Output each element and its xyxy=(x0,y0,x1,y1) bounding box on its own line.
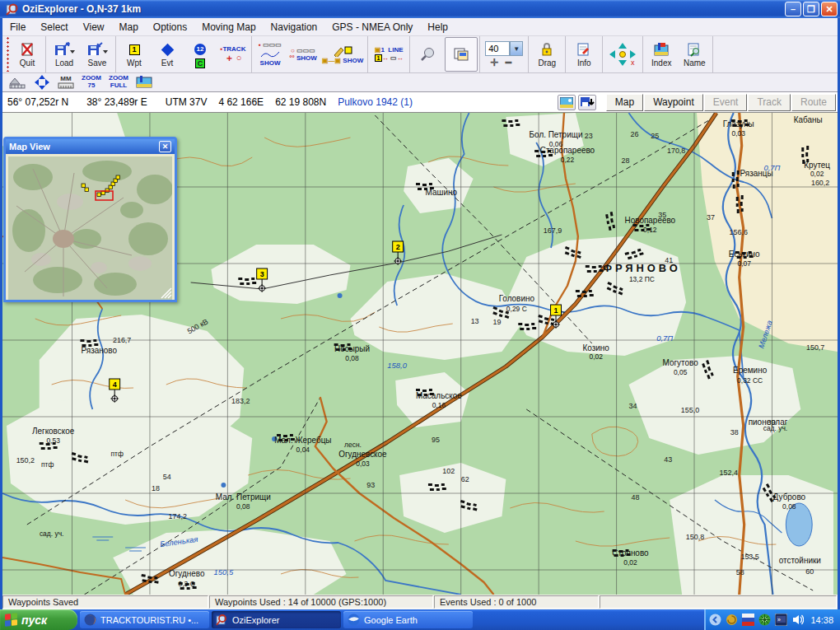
map-label: 156,6 xyxy=(730,228,748,236)
taskbar-task-googleearth[interactable]: Google Earth xyxy=(343,611,473,628)
menu-item-help[interactable]: Help xyxy=(420,19,455,35)
console-tray-icon[interactable]: » xyxy=(775,614,787,626)
index-button[interactable]: Index xyxy=(645,37,678,72)
map-label: Глазуны xyxy=(723,119,754,128)
map-view-close-icon[interactable]: ✕ xyxy=(159,141,171,152)
map-label: 0,03 xyxy=(356,460,370,468)
map-label: 150,5 xyxy=(214,567,234,576)
tab-event[interactable]: Event xyxy=(704,94,748,111)
map-label: Машино xyxy=(426,188,458,197)
save-button[interactable]: Save xyxy=(81,37,114,72)
track-tool-button[interactable]: ▪TRACK ＋ ○ xyxy=(217,37,250,72)
magnifier-button[interactable] xyxy=(412,37,445,72)
zoom-75-button[interactable]: ZOOM75 xyxy=(79,74,104,91)
map-label: 160,2 xyxy=(811,179,829,187)
taskbar-task-firefox[interactable]: TRACKTOURIST.RU •... xyxy=(80,611,209,628)
zoom-in-button[interactable]: ✛ xyxy=(491,57,506,68)
map-label: Еремино xyxy=(733,366,768,375)
taskbar-task-ozi[interactable]: OziExplorer xyxy=(212,611,341,628)
map-label: 0,53 xyxy=(46,436,60,445)
close-button[interactable]: ✕ xyxy=(821,2,838,16)
minimize-button[interactable]: – xyxy=(785,2,801,16)
drag-button[interactable]: Drag xyxy=(530,37,563,72)
map-label: 38 xyxy=(730,428,739,436)
map-label: 152,4 xyxy=(720,469,738,477)
antivirus-tray-icon[interactable] xyxy=(758,614,771,626)
tab-track[interactable]: Track xyxy=(748,94,791,111)
map-label: Рязаново xyxy=(82,346,118,355)
start-button[interactable]: пуск xyxy=(0,609,77,630)
menu-item-file[interactable]: File xyxy=(2,19,33,35)
menu-item-options[interactable]: Options xyxy=(146,19,194,35)
overview-map[interactable] xyxy=(8,156,172,300)
zoom-out-button[interactable]: ━ xyxy=(506,57,518,68)
load-button[interactable]: Load xyxy=(48,37,81,72)
map-label: 26 xyxy=(630,130,638,138)
waypoint-count-button[interactable]: 12 C xyxy=(184,37,217,72)
show-events-button[interactable]: ○ ▭▭▭ °° SHOW xyxy=(287,37,320,72)
maps-button[interactable] xyxy=(445,37,478,72)
tab-route[interactable]: Route xyxy=(791,94,836,111)
map-label: 150,2 xyxy=(16,456,35,464)
latitude-readout: 56° 07,252r N xyxy=(7,96,68,108)
show-track-button[interactable]: ▪ ▭▭▭ SHOW xyxy=(254,37,287,72)
map-view-window[interactable]: Map View ✕ xyxy=(3,137,177,302)
tab-waypoint[interactable]: Waypoint xyxy=(644,94,703,111)
zoom-dropdown-button[interactable]: ▼ xyxy=(510,41,523,56)
menu-item-map[interactable]: Map xyxy=(112,19,146,35)
menu-item-moving-map[interactable]: Moving Map xyxy=(194,19,263,35)
map-label: 13,2 ПС xyxy=(629,275,655,283)
events-used-status: Events Used : 0 of 1000 xyxy=(434,595,599,609)
view-tabs: MapWaypointEventTrackRoute xyxy=(605,94,836,111)
toolbar-grip[interactable] xyxy=(4,37,11,72)
zoom-level-input[interactable]: 40 xyxy=(485,41,510,56)
waypoint-edit-icon xyxy=(333,45,352,57)
map-shift-button[interactable]: x xyxy=(604,37,641,72)
map-label: 58 xyxy=(736,568,744,576)
ru-keyboard-flag-icon[interactable] xyxy=(742,614,754,626)
info-button[interactable]: Info xyxy=(567,37,600,72)
title-bar: OziExplorer - O,N-37 1km – ❐ ✕ xyxy=(0,0,840,18)
map-view-titlebar[interactable]: Map View ✕ xyxy=(6,139,175,154)
projection-button[interactable] xyxy=(6,74,29,91)
windows-logo-icon xyxy=(5,613,17,627)
screenshot-button[interactable] xyxy=(558,95,576,110)
show-waypoints-button[interactable]: ▣—▣ SHOW xyxy=(320,37,366,72)
menu-item-view[interactable]: View xyxy=(76,19,112,35)
system-tray: » 14:38 xyxy=(704,609,840,630)
map-label: 0,03 xyxy=(731,129,745,138)
map-area[interactable]: МашиноБол. Петрищи0,06Старопареево0,22Ка… xyxy=(2,113,838,595)
map-label: Еськино xyxy=(729,250,760,259)
image-index-button[interactable] xyxy=(133,74,155,91)
menu-item-select[interactable]: Select xyxy=(33,19,75,35)
tab-map[interactable]: Map xyxy=(606,94,643,111)
map-label: 0,08 xyxy=(782,502,796,511)
waypoint-number-tools[interactable]: ▣1 LINE 1↔ ▭↔ xyxy=(370,37,408,72)
save-position-button[interactable] xyxy=(578,95,596,110)
waypoint-tool-button[interactable]: 1 Wpt xyxy=(118,37,151,72)
menu-item-navigation[interactable]: Navigation xyxy=(264,19,325,35)
quit-button[interactable]: Quit xyxy=(11,37,44,72)
event-tool-button[interactable]: Evt xyxy=(151,37,184,72)
waypoint-count-icon: 12 xyxy=(194,44,206,55)
swirl-tray-icon[interactable] xyxy=(726,614,738,626)
map-label: 0,22 xyxy=(561,156,575,164)
pan-mode-button[interactable] xyxy=(31,74,53,91)
datum-readout: Pulkovo 1942 (1) xyxy=(338,96,413,108)
map-label: 0,7П xyxy=(656,334,673,343)
volume-icon[interactable] xyxy=(791,614,804,626)
zoom-full-button[interactable]: ZOOMFULL xyxy=(106,74,131,91)
menu-item-gps-nmea-only[interactable]: GPS - NMEA Only xyxy=(324,19,420,35)
comment-icon: C xyxy=(195,58,205,68)
map-label: 0,16 xyxy=(432,401,446,409)
measure-button[interactable]: MM xyxy=(55,74,77,91)
map-label: сад. уч. xyxy=(40,530,64,538)
index-map-icon xyxy=(652,41,670,58)
name-search-button[interactable]: Name xyxy=(678,37,711,72)
map-label: Бол. Петрищи xyxy=(530,130,583,139)
map-label: 28 xyxy=(622,156,630,165)
event-icon xyxy=(161,43,174,56)
tray-collapse-icon[interactable] xyxy=(709,614,721,626)
maps-icon xyxy=(452,46,470,63)
restore-button[interactable]: ❐ xyxy=(803,2,819,16)
